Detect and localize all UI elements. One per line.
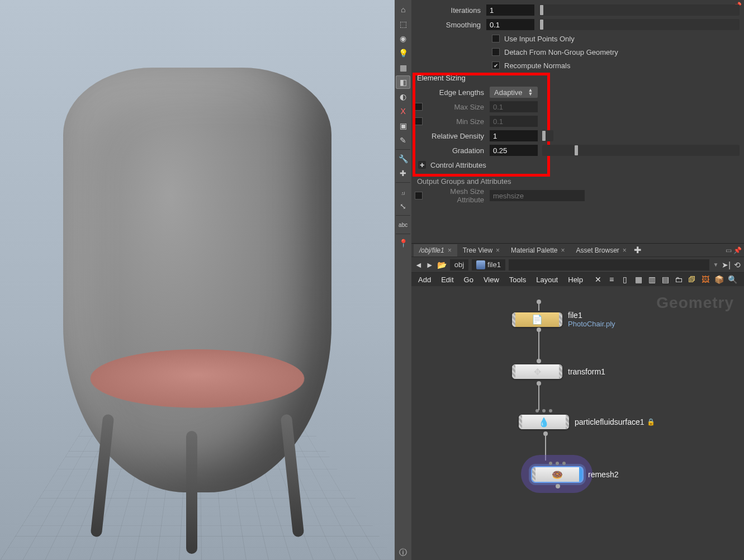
mesh-size-attr-input (490, 190, 585, 201)
recompute-normals-checkbox[interactable] (492, 61, 500, 69)
path-field[interactable] (509, 259, 710, 270)
mesh-size-attr-checkbox[interactable] (415, 192, 423, 200)
search-icon[interactable]: 🔍 (727, 274, 737, 284)
close-icon[interactable]: × (623, 246, 627, 254)
grid2-icon[interactable]: ▤ (660, 274, 670, 284)
tab-asset-browser[interactable]: Asset Browser× (570, 244, 632, 257)
shading-mode-icon[interactable]: ◧ (396, 75, 410, 89)
node-remesh2[interactable]: 🍩 remesh2 (532, 467, 618, 482)
viewport-3d[interactable] (0, 0, 395, 560)
node-file1[interactable]: 📄 file1 PhotoChair.ply (512, 311, 615, 328)
tab-tree-view[interactable]: Tree View× (457, 244, 505, 257)
tab-obj-file1[interactable]: /obj/file1× (414, 244, 457, 257)
network-editor: /obj/file1× Tree View× Material Palette×… (411, 243, 744, 560)
minimize-icon[interactable]: ▭ (724, 246, 733, 255)
file-node-icon: 📄 (532, 315, 542, 325)
network-menubar: Add Edit Go View Tools Layout Help ✕ ≡ ▯… (411, 273, 744, 286)
menu-layout[interactable]: Layout (536, 276, 558, 284)
menu-go[interactable]: Go (464, 276, 473, 284)
detach-checkbox[interactable] (492, 48, 500, 56)
tab-material-palette[interactable]: Material Palette× (505, 244, 570, 257)
note-icon[interactable]: 🗊 (687, 274, 697, 284)
visibility-icon[interactable]: ◐ (396, 90, 410, 103)
node-file1-sublabel: PhotoChair.ply (568, 320, 615, 328)
info-icon[interactable]: ⓘ (396, 546, 410, 559)
lock-icon: 🔒 (647, 418, 655, 426)
parameter-panel: ▭ 📌 Iterations Smoothing Use Input Point… (411, 0, 744, 243)
close-icon[interactable]: × (448, 246, 452, 254)
add-icon[interactable]: ✚ (396, 167, 410, 180)
node-transform1[interactable]: ✥ transform1 (512, 364, 605, 379)
wireframe-icon[interactable]: ▣ (396, 119, 410, 132)
node-view-icon[interactable]: ▯ (620, 274, 630, 284)
max-size-checkbox[interactable] (415, 103, 423, 111)
dropdown-arrows-icon: ▲▼ (528, 88, 533, 96)
grid-visibility-icon[interactable]: ▦ (396, 61, 410, 74)
iterations-slider[interactable] (539, 4, 740, 16)
pin-icon[interactable]: 📍 (396, 236, 410, 250)
context-watermark: Geometry (656, 294, 734, 312)
gradation-input[interactable] (490, 145, 538, 156)
node-file1-label: file1 (568, 311, 615, 320)
use-input-points-checkbox[interactable] (492, 35, 500, 42)
node-particlefluidsurface1[interactable]: 💧 particlefluidsurface1🔒 (519, 415, 655, 429)
control-attributes-label[interactable]: Control Attributes (430, 161, 486, 169)
add-tab-icon[interactable]: ✚ (632, 245, 643, 255)
list-icon[interactable]: ≡ (606, 274, 617, 284)
box-icon[interactable]: 📦 (714, 274, 724, 284)
folder-icon[interactable]: 🗀 (674, 274, 684, 284)
image-icon[interactable]: 🖼 (700, 274, 710, 284)
menu-view[interactable]: View (484, 276, 499, 284)
geo-node-icon (476, 260, 485, 269)
nav-up-icon[interactable]: 📂 (437, 260, 447, 269)
nav-back-icon[interactable]: ◄ (415, 260, 423, 269)
fluid-node-icon: 💧 (539, 417, 549, 427)
min-size-checkbox[interactable] (415, 117, 423, 125)
text-tool-icon[interactable]: abc (396, 218, 410, 231)
wrench-icon[interactable]: 🔧 (396, 152, 410, 165)
network-tab-bar: /obj/file1× Tree View× Material Palette×… (411, 244, 744, 257)
menu-help[interactable]: Help (568, 276, 583, 284)
min-size-label: Min Size (425, 117, 490, 126)
path-segment-obj[interactable]: obj (450, 259, 468, 270)
globe-icon[interactable]: ◉ (396, 32, 410, 45)
home-icon[interactable]: ⌂ (396, 3, 410, 16)
iterations-input[interactable] (486, 4, 534, 16)
gradation-slider[interactable] (542, 145, 740, 156)
lightbulb-icon[interactable]: 💡 (396, 46, 410, 60)
relative-density-slider[interactable] (542, 130, 553, 141)
close-icon[interactable]: × (496, 246, 500, 254)
x-axis-icon[interactable]: X (396, 105, 410, 118)
recompute-normals-label: Recompute Normals (504, 61, 571, 70)
nav-forward-icon[interactable]: ► (426, 260, 434, 269)
jump-icon[interactable]: ➤| (722, 260, 731, 269)
relative-density-input[interactable] (490, 130, 538, 141)
sync-icon[interactable]: ⟲ (734, 260, 741, 269)
iterations-label: Iterations (415, 6, 486, 15)
select-tool-icon[interactable]: ⬚ (396, 17, 410, 31)
measure-icon[interactable]: ⟓ (396, 185, 410, 198)
menu-add[interactable]: Add (418, 276, 431, 284)
tools-icon[interactable]: ✕ (593, 274, 603, 284)
menu-tools[interactable]: Tools (509, 276, 526, 284)
expand-icon[interactable]: ✚ (418, 161, 426, 169)
max-size-input (490, 101, 538, 112)
node-graph-canvas[interactable]: Geometry 📄 file1 PhotoChair.ply ✥ transf… (411, 286, 744, 560)
detach-label: Detach From Non-Group Geometry (504, 48, 618, 56)
smoothing-input[interactable] (486, 19, 534, 30)
min-size-input (490, 116, 538, 127)
pin-panel-icon[interactable]: 📌 (733, 246, 742, 255)
node-pfs-label: particlefluidsurface1 (575, 417, 645, 426)
menu-edit[interactable]: Edit (441, 276, 453, 284)
brush-tool-icon[interactable]: ✎ (396, 134, 410, 147)
edge-lengths-dropdown[interactable]: Adaptive ▲▼ (490, 87, 538, 98)
transform-node-icon: ✥ (532, 367, 542, 377)
node-transform1-label: transform1 (568, 367, 605, 376)
axis-icon[interactable]: ⤡ (396, 200, 410, 213)
path-segment-file1[interactable]: file1 (472, 259, 505, 270)
palette-icon[interactable]: ▦ (633, 274, 643, 284)
close-icon[interactable]: × (561, 246, 565, 254)
grid-icon[interactable]: ▥ (647, 274, 657, 284)
path-dropdown-icon[interactable]: ▼ (713, 262, 718, 268)
smoothing-slider[interactable] (539, 19, 740, 30)
